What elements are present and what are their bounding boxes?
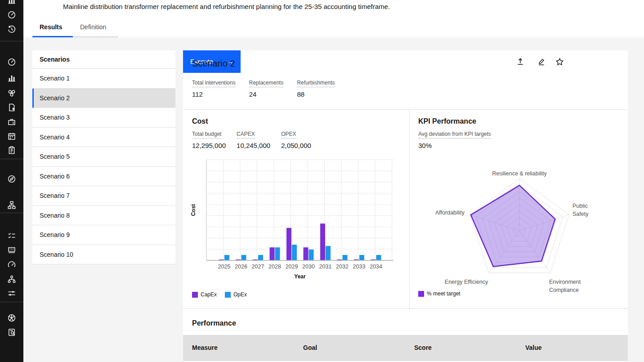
svg-text:Environment: Environment — [549, 279, 581, 285]
scenario-stat-value: 88 — [297, 90, 335, 99]
scenario-list-item[interactable]: Scenario 5 — [32, 147, 175, 167]
scenario-list-item[interactable]: Scenario 2 — [32, 89, 175, 108]
app-root: Mainline distribution transformer replac… — [0, 0, 644, 362]
legend-item[interactable]: CapEx — [192, 291, 217, 298]
assets-icon[interactable] — [7, 89, 16, 98]
cost-stat: CAPEX10,245,000 — [237, 130, 270, 150]
legend-label: OpEx — [233, 291, 247, 298]
meter-icon[interactable] — [7, 10, 16, 19]
inactive-tab-underline — [73, 36, 118, 37]
scenario-stats: Total interventions112Replacements24Refu… — [192, 78, 335, 99]
document-icon[interactable] — [7, 103, 16, 112]
svg-text:2030: 2030 — [302, 264, 315, 270]
svg-text:Year: Year — [294, 273, 306, 280]
kpi-section-title: KPI Performance — [418, 116, 476, 126]
scenario-detail-card: Scenario 2 Execute → Total interventions… — [183, 50, 628, 362]
history-icon[interactable] — [7, 25, 16, 34]
tab-definition[interactable]: Definition — [73, 22, 113, 37]
scenario-stat-value: 112 — [192, 90, 236, 99]
legend-label: % meet target — [427, 290, 461, 297]
svg-text:2032: 2032 — [336, 264, 349, 270]
divider — [183, 109, 628, 110]
cost-section-title: Cost — [192, 116, 208, 126]
scenario-stat-label[interactable]: Refurbishments — [297, 79, 335, 87]
legend-swatch — [192, 292, 198, 298]
svg-text:2029: 2029 — [286, 264, 298, 270]
compass-icon[interactable] — [7, 174, 16, 183]
sidebar-divider — [0, 213, 23, 213]
active-tab-underline — [32, 36, 73, 37]
palette-icon[interactable] — [7, 313, 16, 322]
checklist-icon[interactable] — [7, 231, 16, 240]
legend-item[interactable]: OpEx — [225, 291, 247, 298]
legend-swatch — [225, 292, 231, 298]
scenario-stat-label[interactable]: Total interventions — [192, 79, 236, 87]
scenario-stat-label[interactable]: Replacements — [249, 79, 284, 87]
kpi-radar-chart: Resilience & reliabilityPublicSafetyEnvi… — [423, 166, 625, 301]
scenario-stat-value: 24 — [249, 90, 284, 99]
table-column-header[interactable]: Measure — [183, 335, 294, 361]
scenario-list-item[interactable]: Scenario 3 — [32, 108, 175, 128]
icon-sidebar — [0, 0, 23, 362]
sidebar-divider — [0, 302, 23, 302]
scenario-list-item[interactable]: Scenario 1 — [32, 69, 175, 89]
page-description: Mainline distribution transformer replac… — [63, 2, 390, 12]
meter-icon[interactable] — [7, 58, 16, 67]
kpi-chart-legend: % meet target — [418, 290, 461, 297]
table-column-header[interactable]: Score — [405, 335, 516, 361]
network-icon[interactable] — [7, 275, 16, 284]
legend-label: CapEx — [201, 291, 217, 298]
edit-icon[interactable] — [534, 54, 549, 69]
sidebar-divider — [0, 159, 23, 159]
scenario-title: Scenario 2 — [192, 58, 235, 69]
tab-results[interactable]: Results — [32, 22, 70, 37]
cost-bar-chart: 2025202620272028202920302031203220332034… — [190, 156, 401, 287]
legend-swatch — [418, 291, 424, 297]
gauge-icon[interactable] — [7, 260, 16, 269]
screen-icon[interactable] — [7, 246, 16, 255]
kpi-stat-label[interactable]: Avg deviation from KPI targets — [418, 130, 491, 139]
scenario-stat: Total interventions112 — [192, 78, 236, 99]
cost-stats: Total budget12,295,000CAPEX10,245,000OPE… — [192, 130, 311, 150]
scenario-stat: Refurbishments88 — [297, 78, 335, 99]
audit-icon[interactable] — [7, 328, 16, 337]
divider — [409, 109, 410, 308]
star-icon[interactable] — [552, 54, 567, 69]
scenario-list-item[interactable]: Scenario 4 — [32, 128, 175, 147]
scenario-stat: Replacements24 — [249, 78, 284, 99]
flow-icon[interactable] — [7, 201, 16, 210]
bar-chart-icon[interactable] — [7, 73, 16, 82]
svg-text:Cost: Cost — [190, 204, 197, 216]
svg-text:2031: 2031 — [319, 264, 332, 270]
cost-chart-legend: CapExOpEx — [192, 291, 247, 298]
cost-stat-value: 12,295,000 — [192, 141, 226, 150]
svg-text:Safety: Safety — [572, 211, 589, 217]
scenario-list-item[interactable]: Scenario 8 — [32, 206, 175, 226]
legend-item[interactable]: % meet target — [418, 290, 461, 297]
svg-text:Energy Efficiency: Energy Efficiency — [445, 279, 488, 285]
cost-stat-label[interactable]: OPEX — [281, 130, 296, 139]
cost-stat-value: 10,245,000 — [237, 141, 270, 150]
cost-stat-label[interactable]: Total budget — [192, 130, 221, 139]
sliders-icon[interactable] — [7, 289, 16, 298]
calendar-icon[interactable] — [7, 132, 16, 141]
svg-text:2027: 2027 — [252, 264, 264, 270]
svg-text:Compliance: Compliance — [549, 287, 579, 293]
kpi-stats: Avg deviation from KPI targets30% — [418, 130, 491, 150]
bar-chart-partial-icon[interactable] — [7, 0, 16, 4]
clipboard-icon[interactable] — [7, 146, 16, 155]
scenario-list-item[interactable]: Scenario 9 — [32, 225, 175, 245]
cost-stat-label[interactable]: CAPEX — [237, 130, 255, 139]
scenario-list-item[interactable]: Scenario 7 — [32, 186, 175, 206]
performance-table-header: MeasureGoalScoreValue — [183, 335, 628, 361]
table-column-header[interactable]: Goal — [294, 335, 405, 361]
svg-text:2026: 2026 — [235, 264, 247, 270]
upload-icon[interactable] — [513, 54, 528, 69]
cost-stat-value: 2,050,000 — [281, 141, 311, 150]
briefcase-icon[interactable] — [7, 117, 16, 126]
scenario-list-panel: Scenarios Scenario 1Scenario 2Scenario 3… — [32, 50, 175, 264]
svg-text:Affordability: Affordability — [435, 210, 465, 216]
scenario-list-item[interactable]: Scenario 10 — [32, 245, 175, 265]
table-column-header[interactable]: Value — [516, 335, 627, 361]
scenario-list-item[interactable]: Scenario 6 — [32, 167, 175, 187]
